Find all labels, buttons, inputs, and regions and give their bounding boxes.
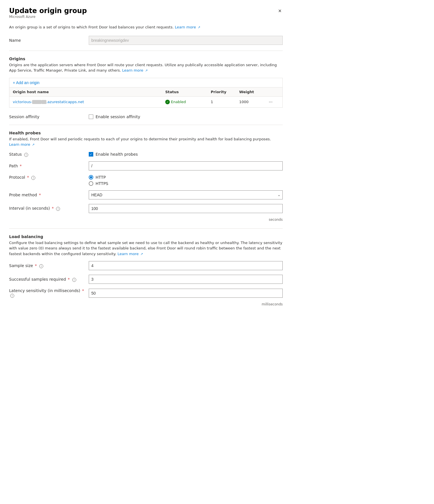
panel-title: Update origin group: [9, 7, 87, 15]
name-row: Name: [9, 36, 283, 45]
origin-prefix: victorious-: [13, 100, 32, 104]
load-balancing-learn-more-link[interactable]: Learn more ↗: [117, 252, 143, 256]
http-radio-inner: [90, 176, 92, 178]
probe-method-row: Probe method * HEAD GET ⌄: [9, 190, 283, 199]
latency-row: Latency sensitivity (in milliseconds) * …: [9, 288, 283, 298]
successful-samples-label: Successful samples required * i: [9, 277, 89, 282]
cell-host-name: victorious- .azurestaticapps.net: [13, 100, 165, 104]
latency-info-icon[interactable]: i: [10, 294, 14, 298]
status-info-icon[interactable]: i: [24, 153, 28, 157]
cell-status: Enabled: [165, 100, 211, 104]
enable-health-probes-row: Enable health probes: [89, 152, 138, 157]
path-row: Path *: [9, 161, 283, 170]
latency-units: milliseconds: [9, 302, 283, 306]
successful-samples-info-icon[interactable]: i: [72, 278, 76, 282]
health-probes-status-row: Status i Enable health probes: [9, 152, 283, 157]
protocol-info-icon[interactable]: i: [31, 176, 35, 180]
cell-priority: 1: [211, 100, 239, 104]
health-probes-status-label: Status i: [9, 152, 89, 157]
divider-1: [9, 51, 283, 51]
protocol-required-star: *: [27, 175, 29, 180]
col-status: Status: [165, 90, 211, 94]
interval-wrapper: Interval (in seconds) * i seconds: [9, 204, 283, 222]
table-row: victorious- .azurestaticapps.net Enabled…: [9, 97, 282, 107]
add-origin-label: + Add an origin: [13, 80, 40, 85]
interval-label: Interval (in seconds) * i: [9, 206, 89, 211]
origin-suffix: .azurestaticapps.net: [46, 100, 84, 104]
latency-input[interactable]: [89, 289, 283, 298]
session-affinity-checkbox-row: Enable session affinity: [89, 114, 140, 119]
interval-required-star: *: [52, 206, 54, 211]
health-probes-learn-more-link[interactable]: Learn more ↗: [9, 142, 35, 147]
panel-subtitle: Microsoft Azure: [9, 15, 87, 19]
origins-external-link-icon: ↗: [145, 69, 148, 72]
health-probes-description: If enabled, Front Door will send periodi…: [9, 136, 283, 147]
sample-size-input[interactable]: [89, 261, 283, 270]
protocol-label: Protocol * i: [9, 175, 89, 180]
enable-health-probes-checkbox[interactable]: [89, 152, 93, 157]
health-probes-external-link-icon: ↗: [32, 143, 34, 147]
origin-host-link[interactable]: victorious- .azurestaticapps.net: [13, 100, 84, 104]
name-label: Name: [9, 38, 89, 43]
name-input[interactable]: [89, 36, 283, 45]
origins-toolbar: + Add an origin: [9, 78, 282, 88]
origin-blurred-2: [42, 100, 46, 104]
origins-table: + Add an origin Origin host name Status …: [9, 78, 283, 108]
session-affinity-row: Session affinity Enable session affinity: [9, 114, 283, 119]
intro-description: An origin group is a set of origins to w…: [9, 24, 283, 30]
add-origin-button[interactable]: + Add an origin: [13, 80, 40, 85]
origins-description: Origins are the application servers wher…: [9, 62, 283, 73]
probe-method-required-star: *: [39, 193, 41, 197]
interval-info-icon[interactable]: i: [56, 207, 60, 211]
session-affinity-label: Session affinity: [9, 114, 89, 119]
health-probes-section: Health probes If enabled, Front Door wil…: [9, 131, 283, 222]
health-probes-title: Health probes: [9, 131, 283, 135]
https-radio[interactable]: [89, 181, 93, 186]
load-balancing-external-link-icon: ↗: [140, 252, 143, 256]
divider-2: [9, 125, 283, 125]
col-weight: Weight: [239, 90, 268, 94]
session-affinity-checkbox[interactable]: [89, 114, 93, 119]
panel-header: Update origin group Microsoft Azure ×: [9, 7, 283, 23]
external-link-icon: ↗: [198, 26, 200, 29]
load-balancing-description: Configure the load balancing settings to…: [9, 240, 283, 257]
col-actions: [268, 90, 279, 94]
origin-blurred-1: [32, 100, 42, 104]
successful-samples-input[interactable]: [89, 275, 283, 284]
path-input[interactable]: [89, 161, 283, 170]
close-button[interactable]: ×: [277, 7, 283, 15]
interval-units: seconds: [9, 218, 283, 222]
protocol-row: Protocol * i HTTP HTTPS: [9, 175, 283, 186]
http-label: HTTP: [96, 175, 106, 180]
probe-method-label: Probe method *: [9, 193, 89, 197]
probe-method-select-wrapper: HEAD GET ⌄: [89, 190, 283, 199]
load-balancing-section: Load balancing Configure the load balanc…: [9, 234, 283, 307]
table-header: Origin host name Status Priority Weight: [9, 88, 282, 97]
successful-samples-required-star: *: [68, 277, 70, 282]
origins-learn-more-link[interactable]: Learn more ↗: [122, 68, 148, 72]
col-host-name: Origin host name: [13, 90, 165, 94]
origins-section: Origins Origins are the application serv…: [9, 57, 283, 108]
latency-label: Latency sensitivity (in milliseconds) * …: [9, 288, 89, 298]
path-label: Path *: [9, 164, 89, 168]
https-radio-row: HTTPS: [89, 181, 108, 186]
row-more-button[interactable]: ···: [268, 99, 274, 105]
enable-health-probes-label: Enable health probes: [96, 152, 138, 157]
intro-learn-more-link[interactable]: Learn more ↗: [175, 25, 201, 29]
http-radio[interactable]: [89, 175, 93, 180]
sample-size-label: Sample size * i: [9, 263, 89, 268]
cell-weight: 1000: [239, 100, 268, 104]
col-priority: Priority: [211, 90, 239, 94]
latency-wrapper: Latency sensitivity (in milliseconds) * …: [9, 288, 283, 306]
probe-method-select[interactable]: HEAD GET: [89, 190, 283, 199]
https-label: HTTPS: [96, 181, 108, 186]
sample-size-row: Sample size * i: [9, 261, 283, 270]
session-affinity-checkbox-label: Enable session affinity: [96, 114, 140, 119]
interval-input[interactable]: [89, 204, 283, 213]
sample-size-required-star: *: [35, 263, 37, 268]
successful-samples-row: Successful samples required * i: [9, 275, 283, 284]
sample-size-info-icon[interactable]: i: [39, 264, 43, 268]
protocol-radio-group: HTTP HTTPS: [89, 175, 108, 186]
cell-more-actions: ···: [268, 99, 279, 105]
interval-row: Interval (in seconds) * i: [9, 204, 283, 213]
